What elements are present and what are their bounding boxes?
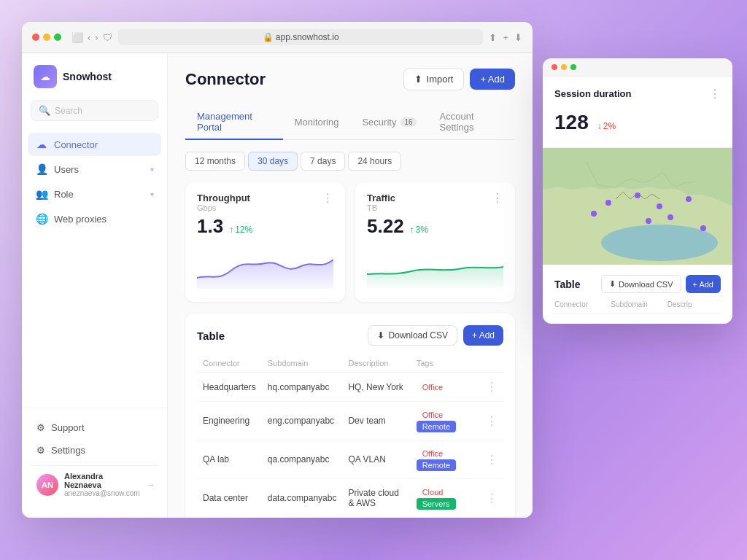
panel-col-descrip: Descrip — [667, 300, 721, 308]
sidebar-item-users[interactable]: 👤 Users ▾ — [28, 158, 161, 181]
logo-icon: ☁ — [34, 65, 57, 88]
table-actions: ⬇ Download CSV + Add — [368, 325, 503, 346]
row-more-icon[interactable]: ⋮ — [486, 415, 498, 427]
row-connector-name: QA lab — [197, 440, 262, 479]
svg-point-5 — [667, 214, 673, 220]
row-connector-name: Headquarters — [197, 373, 262, 402]
time-filters: 12 months 30 days 7 days 24 hours — [185, 152, 515, 171]
svg-point-6 — [646, 218, 651, 224]
user-email: aneznaeva@snow.com — [64, 489, 140, 497]
tab-management-portal[interactable]: Management Portal — [185, 105, 283, 140]
sidebar-item-connector[interactable]: ☁ Connector — [28, 133, 161, 156]
settings-icon: ⚙ — [36, 445, 45, 456]
throughput-change: ↑ 12% — [229, 225, 252, 235]
minimize-dot[interactable] — [43, 34, 50, 41]
privacy-icon: 🛡 — [103, 32, 112, 43]
back-icon[interactable]: ‹ — [88, 32, 90, 43]
panel-table-header: Table ⬇ Download CSV + Add — [554, 275, 721, 293]
table-add-button[interactable]: + Add — [463, 325, 503, 346]
map-container — [543, 148, 732, 265]
table-row: Headquarters hq.companyabc HQ, New York … — [197, 373, 503, 402]
filter-30days[interactable]: 30 days — [248, 152, 298, 171]
panel-content: Session duration ⋮ 128 ↓ 2% — [543, 77, 732, 324]
tab-security[interactable]: Security 16 — [350, 105, 427, 140]
floating-panel: Session duration ⋮ 128 ↓ 2% — [543, 58, 732, 324]
tab-account-settings[interactable]: Account Settings — [428, 105, 515, 140]
sidebar-item-role[interactable]: 👥 Role ▾ — [28, 182, 161, 206]
close-dot[interactable] — [32, 34, 39, 41]
row-subdomain: qa.companyabc — [262, 440, 343, 479]
app-layout: ☁ Snowhost 🔍 Search ☁ Connector 👤 Us — [22, 53, 533, 518]
panel-dot-red — [551, 64, 557, 70]
share-icon[interactable]: ⬆ — [489, 32, 497, 43]
panel-add-button[interactable]: + Add — [686, 275, 721, 293]
row-subdomain: hq.companyabc — [262, 373, 343, 402]
sidebar-item-users-label: Users — [54, 164, 79, 175]
users-chevron-icon: ▾ — [150, 166, 154, 174]
sidebar-item-web-proxies-label: Web proxies — [54, 214, 107, 225]
support-item[interactable]: ⚙ Support — [31, 417, 158, 438]
table-row: Engineering eng.companyabc Dev team Offi… — [197, 402, 503, 440]
session-title: Session duration — [554, 88, 631, 99]
row-more-icon[interactable]: ⋮ — [486, 492, 498, 505]
session-card: Session duration ⋮ 128 ↓ 2% — [543, 77, 732, 148]
support-icon: ⚙ — [36, 422, 45, 433]
search-placeholder: Search — [55, 106, 82, 116]
panel-csv-button[interactable]: ⬇ Download CSV — [601, 275, 681, 293]
filter-24hours[interactable]: 24 hours — [348, 152, 401, 171]
table-header-row: Connector Subdomain Description Tags — [197, 354, 503, 373]
add-button[interactable]: + Add — [470, 69, 515, 90]
throughput-title: Throughput — [197, 192, 250, 203]
throughput-graph — [197, 245, 333, 289]
download-csv-button[interactable]: ⬇ Download CSV — [368, 325, 457, 346]
throughput-more-icon[interactable]: ⋮ — [322, 192, 333, 204]
row-connector-name: Data center — [197, 479, 262, 518]
throughput-value: 1.3 — [197, 215, 223, 238]
download-icon[interactable]: ⬇ — [514, 32, 522, 43]
settings-item[interactable]: ⚙ Settings — [31, 440, 158, 461]
session-more-icon[interactable]: ⋮ — [709, 87, 721, 101]
user-profile: AN Alexandra Neznaeva aneznaeva@snow.com… — [31, 465, 158, 497]
search-icon: 🔍 — [39, 105, 50, 116]
row-description: QA VLAN — [342, 440, 410, 479]
throughput-chart: Throughput Gbps ⋮ 1.3 ↑ 12% — [185, 182, 345, 302]
logout-icon[interactable]: → — [146, 479, 155, 490]
forward-icon[interactable]: › — [95, 32, 98, 43]
web-proxies-icon: 🌐 — [35, 213, 48, 225]
traffic-more-icon[interactable]: ⋮ — [492, 192, 503, 204]
maximize-dot[interactable] — [54, 34, 61, 41]
col-connector: Connector — [197, 354, 262, 373]
row-more-icon[interactable]: ⋮ — [486, 454, 498, 466]
new-tab-icon[interactable]: + — [503, 32, 508, 43]
row-description: HQ, New York — [342, 373, 410, 402]
sidebar-search[interactable]: 🔍 Search — [31, 100, 158, 121]
url-bar[interactable]: 🔒 app.snowhost.io — [118, 29, 484, 45]
session-value-row: 128 ↓ 2% — [554, 108, 721, 137]
col-subdomain: Subdomain — [262, 354, 343, 373]
panel-chrome — [543, 58, 732, 77]
data-table: Connector Subdomain Description Tags Hea… — [197, 354, 503, 517]
users-icon: 👤 — [35, 163, 48, 175]
import-button[interactable]: ⬆ Import — [403, 68, 465, 90]
tag-cloud: Cloud — [417, 486, 449, 498]
sidebar-logo: ☁ Snowhost — [22, 65, 167, 100]
sidebar-item-connector-label: Connector — [54, 139, 98, 150]
filter-7days[interactable]: 7 days — [301, 152, 345, 171]
filter-12months[interactable]: 12 months — [185, 152, 245, 171]
col-tags: Tags — [411, 354, 480, 373]
sidebar-item-web-proxies[interactable]: 🌐 Web proxies — [28, 207, 161, 230]
col-actions — [480, 354, 503, 373]
tag-remote: Remote — [417, 421, 457, 432]
user-info: Alexandra Neznaeva aneznaeva@snow.com — [64, 472, 140, 497]
tab-monitoring[interactable]: Monitoring — [283, 105, 351, 140]
logo-text: Snowhost — [63, 71, 112, 82]
import-icon: ⬆ — [414, 74, 422, 85]
row-connector-name: Engineering — [197, 402, 262, 440]
tag-office: Office — [417, 409, 449, 421]
svg-point-7 — [686, 196, 692, 202]
row-more-icon[interactable]: ⋮ — [486, 381, 498, 393]
throughput-header: Throughput Gbps ⋮ — [197, 192, 333, 212]
traffic-header: Traffic TB ⋮ — [367, 192, 503, 212]
panel-csv-icon: ⬇ — [609, 279, 616, 289]
traffic-value: 5.22 — [367, 215, 404, 238]
